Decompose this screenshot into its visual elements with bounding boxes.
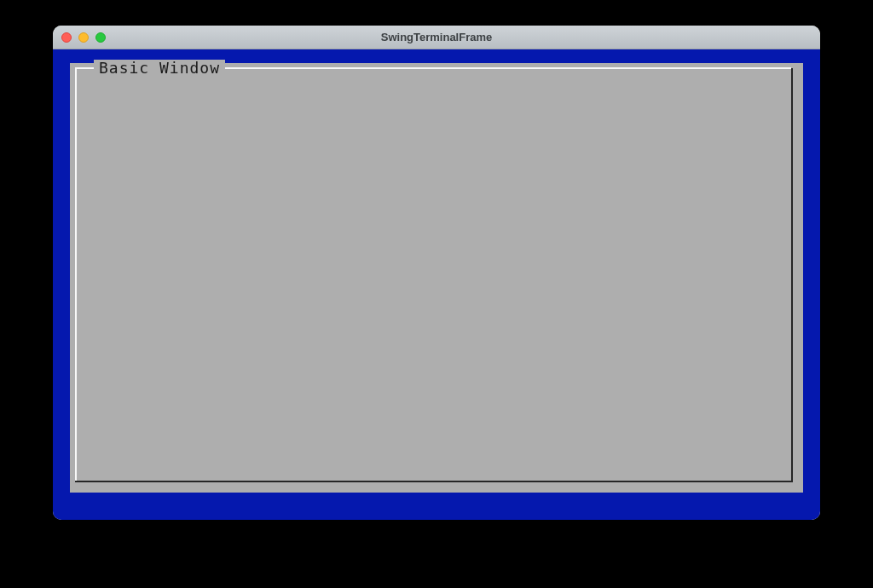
tui-window-body[interactable] bbox=[82, 77, 786, 474]
tui-frame-left bbox=[75, 67, 77, 481]
titlebar[interactable]: SwingTerminalFrame bbox=[53, 26, 820, 49]
app-window: SwingTerminalFrame Basic Window bbox=[53, 26, 820, 520]
tui-frame-bottom bbox=[75, 481, 793, 482]
window-title: SwingTerminalFrame bbox=[53, 31, 820, 43]
tui-frame-right bbox=[791, 68, 793, 481]
tui-window-title: Basic Window bbox=[94, 60, 225, 77]
tui-window: Basic Window bbox=[70, 63, 803, 493]
terminal-area[interactable]: Basic Window bbox=[53, 49, 820, 520]
